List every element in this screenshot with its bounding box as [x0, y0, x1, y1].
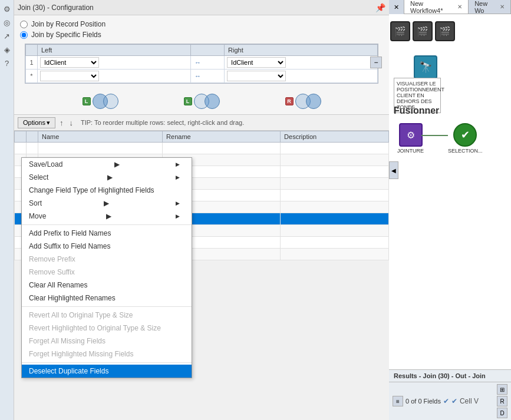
menu-item-select[interactable]: Select ▶: [22, 171, 192, 184]
sidebar-icon-help[interactable]: ?: [5, 59, 9, 68]
binoculars-icon[interactable]: 🔭: [414, 55, 437, 79]
menu-item-clearrenames[interactable]: Clear All Renames: [22, 279, 192, 292]
menu-label-select: Select: [29, 173, 48, 181]
menu-item-saveload[interactable]: Save/Load ▶: [22, 158, 192, 171]
camera-icon-1[interactable]: 🎬: [390, 21, 410, 41]
join-right-star: [225, 70, 378, 83]
menu-item-deselect[interactable]: Deselect Duplicate Fields: [22, 365, 192, 378]
radio-by-position: Join by Record Position: [20, 20, 383, 28]
tab-label-workflow4: New Workflow4*: [410, 0, 455, 14]
menu-label-removesuffix: Remove Suffix: [29, 268, 75, 276]
menu-item-addsuffix[interactable]: Add Suffix to Field Names: [22, 240, 192, 253]
row-desc-highlighted: [281, 213, 389, 225]
menu-item-clearhighlighted[interactable]: Clear Highlighted Renames: [22, 292, 192, 305]
join-circles-inner: [194, 93, 220, 110]
join-icons-row: L L R: [14, 91, 389, 114]
grid-icon[interactable]: ⊞: [497, 384, 507, 395]
menu-arrow-move: ▶: [106, 212, 111, 220]
right-circle-2: [205, 94, 220, 109]
radio-position-label: Join by Record Position: [31, 20, 106, 28]
pin-icon[interactable]: 📌: [375, 3, 385, 12]
join-left-star: [38, 70, 191, 83]
move-down-button[interactable]: ↓: [67, 118, 75, 127]
collapse-left-btn[interactable]: ◀: [389, 161, 398, 179]
move-up-button[interactable]: ↑: [58, 118, 65, 127]
right-field-select-1[interactable]: IdClient: [227, 57, 286, 68]
sidebar-icon-settings[interactable]: ⚙: [4, 5, 11, 14]
link-btn-star[interactable]: ↔: [193, 72, 202, 80]
menu-item-sort[interactable]: Sort ▶: [22, 197, 192, 210]
join-indicator-right: R: [285, 97, 294, 105]
options-button[interactable]: Options ▾: [18, 117, 55, 128]
menu-item-changetype[interactable]: Change Field Type of Highlighted Fields: [22, 184, 192, 197]
camera-icon-2[interactable]: 🎬: [413, 21, 433, 41]
sidebar-icon-circle[interactable]: ◎: [4, 18, 10, 27]
table-view-icon[interactable]: ≡: [393, 396, 403, 406]
menu-label-forgetall: Forget All Missing Fields: [29, 337, 106, 345]
tab-close-workflow-new[interactable]: ✕: [500, 4, 505, 10]
radio-position-input[interactable]: [20, 21, 28, 28]
sidebar-icon-diamond[interactable]: ◈: [4, 45, 10, 54]
tab-workflow-new[interactable]: New Wo ✕: [469, 0, 511, 14]
options-label: Options: [23, 119, 45, 126]
join-row-star: * ↔: [26, 70, 378, 83]
col-num: [26, 45, 38, 56]
menu-item-removesuffix: Remove Suffix: [22, 266, 192, 279]
results-title: Results - Join (30) - Out - Join: [394, 372, 486, 379]
join-icon-right: R: [285, 93, 321, 110]
radio-by-fields: Join by Specific Fields: [20, 31, 383, 39]
left-field-select-star[interactable]: [40, 71, 99, 81]
th-name: Name: [38, 131, 163, 143]
close-left-panel[interactable]: ✕: [389, 0, 404, 14]
connection-line: [421, 135, 448, 136]
join-icon-left: L: [83, 93, 118, 110]
join-circles-right: [295, 93, 321, 110]
radio-fields-label: Join by Specific Fields: [31, 31, 101, 39]
th-check: [15, 131, 27, 143]
download-icon[interactable]: D: [497, 408, 507, 418]
check-icon-2[interactable]: ✔: [451, 397, 457, 405]
left-sidebar: ⚙ ◎ ↗ ◈ ?: [0, 0, 14, 420]
menu-label-changetype: Change Field Type of Highlighted Fields: [29, 186, 154, 194]
check-icon[interactable]: ✔: [443, 397, 449, 405]
menu-label-addsuffix: Add Suffix to Field Names: [29, 242, 111, 250]
fields-count: 0 of 0 Fields: [405, 398, 441, 405]
link-btn-1[interactable]: ↔: [193, 59, 202, 66]
right-panel: ✕ New Workflow4* ✕ New Wo ✕ 🎬 🎬 �: [389, 0, 511, 420]
menu-item-move[interactable]: Move ▶: [22, 210, 192, 223]
radio-fields-input[interactable]: [20, 31, 28, 39]
tab-bar: ✕ New Workflow4* ✕ New Wo ✕: [389, 0, 511, 14]
col-right: Right: [225, 45, 378, 56]
jointure-icon[interactable]: ⚙: [399, 123, 423, 147]
right-field-select-star[interactable]: [227, 71, 286, 81]
left-field-select-1[interactable]: IdClient: [40, 57, 99, 68]
title-bar-icons: 📌: [375, 3, 385, 12]
menu-item-removeprefix: Remove Prefix: [22, 253, 192, 266]
menu-label-deselect: Deselect Duplicate Fields: [29, 367, 108, 375]
selection-icon[interactable]: ✔: [453, 123, 477, 147]
camera-icon-3[interactable]: 🎬: [435, 21, 455, 41]
menu-item-forgetall: Forget All Missing Fields: [22, 335, 192, 348]
row-num-star: *: [26, 70, 38, 83]
selection-node: ✔ SELECTION...: [448, 123, 483, 154]
menu-arrow-sort: ▶: [104, 199, 109, 207]
tip-text: TIP: To reorder multiple rows: select, r…: [81, 119, 244, 126]
radio-group: Join by Record Position Join by Specific…: [20, 20, 383, 39]
right-icons: ⊞ R D: [497, 384, 507, 418]
col-link: [190, 45, 224, 56]
tab-close-workflow4[interactable]: ✕: [457, 4, 462, 10]
binoculars-node: 🔭: [414, 55, 437, 79]
right-circle-1: [103, 94, 118, 109]
menu-item-addprefix[interactable]: Add Prefix to Field Names: [22, 227, 192, 240]
collapse-btn[interactable]: −: [370, 57, 382, 68]
camera-node-3: 🎬: [435, 21, 455, 41]
report-icon[interactable]: R: [497, 396, 507, 406]
menu-sep-3: [22, 362, 192, 363]
camera-nodes-row: 🎬 🎬 🎬: [390, 21, 455, 41]
th-rename: Rename: [163, 131, 281, 143]
sidebar-icon-arrow[interactable]: ↗: [4, 32, 10, 41]
options-arrow: ▾: [47, 119, 50, 127]
menu-sep-2: [22, 306, 192, 307]
tab-workflow4[interactable]: New Workflow4* ✕: [404, 0, 469, 14]
table-row: [15, 143, 389, 154]
